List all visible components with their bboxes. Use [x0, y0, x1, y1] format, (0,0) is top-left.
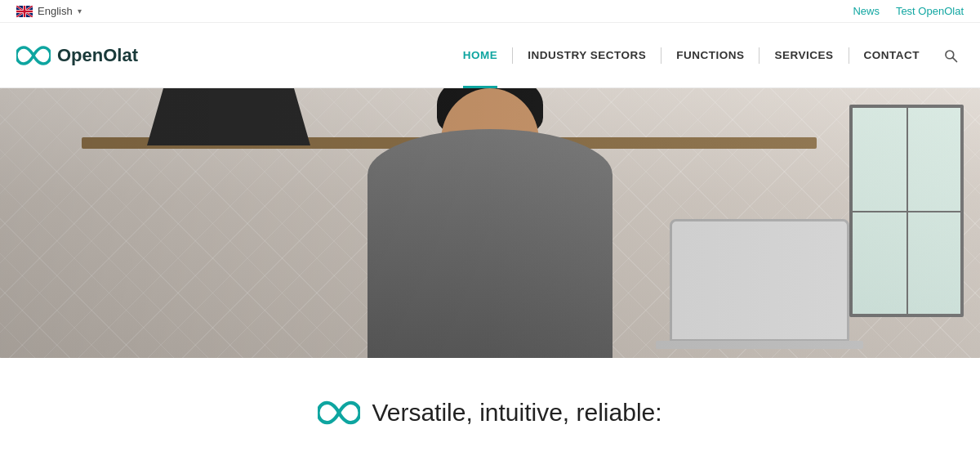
language-selector[interactable]: English ▾: [16, 5, 82, 17]
tagline-infinity-svg: [318, 399, 360, 427]
flag-uk-icon: [16, 6, 33, 17]
hero-overlay: [0, 88, 980, 358]
nav-item-home[interactable]: HOME: [448, 23, 513, 88]
svg-line-2: [953, 57, 957, 61]
logo[interactable]: OpenOlat: [16, 44, 138, 67]
nav-item-industry-sectors[interactable]: INDUSTRY SECTORS: [513, 23, 661, 88]
tagline-text: Versatile, intuitive, reliable:: [372, 399, 662, 427]
search-button[interactable]: [938, 42, 964, 69]
language-label: English: [38, 5, 73, 17]
tagline-infinity-icon: [318, 399, 360, 427]
logo-text: OpenOlat: [57, 45, 138, 66]
nav-links: HOME INDUSTRY SECTORS FUNCTIONS SERVICES…: [448, 23, 964, 88]
top-links: News Test OpenOlat: [853, 5, 964, 17]
language-chevron-icon: ▾: [78, 7, 82, 16]
news-link[interactable]: News: [853, 5, 880, 17]
top-bar: English ▾ News Test OpenOlat: [0, 0, 980, 23]
nav-item-contact[interactable]: CONTACT: [849, 23, 935, 88]
nav-item-services[interactable]: SERVICES: [760, 23, 848, 88]
logo-infinity-icon: [16, 44, 51, 67]
main-nav: OpenOlat HOME INDUSTRY SECTORS FUNCTIONS…: [0, 23, 980, 88]
test-openolat-link[interactable]: Test OpenOlat: [896, 5, 964, 17]
search-icon: [943, 48, 958, 63]
below-hero-section: Versatile, intuitive, reliable:: [0, 358, 980, 451]
tagline: Versatile, intuitive, reliable:: [16, 399, 964, 427]
hero-image: [0, 88, 980, 358]
nav-item-functions[interactable]: FUNCTIONS: [662, 23, 759, 88]
